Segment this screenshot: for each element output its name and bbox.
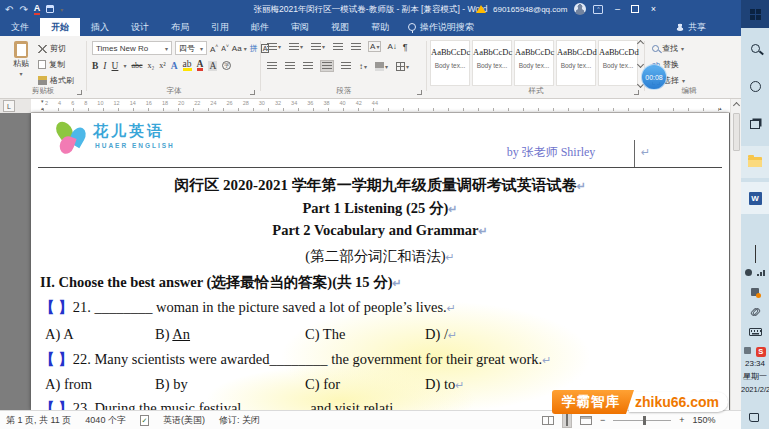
word-app-button[interactable]: W bbox=[741, 182, 769, 214]
sogou-input-button[interactable]: S bbox=[741, 340, 769, 358]
scroll-up-icon[interactable] bbox=[636, 40, 643, 47]
align-left-button[interactable] bbox=[266, 61, 278, 71]
scroll-down-icon[interactable] bbox=[636, 60, 643, 67]
bold-button[interactable]: B bbox=[92, 61, 98, 71]
style-card[interactable]: AaBbCcDc Body tex... bbox=[472, 40, 512, 86]
avatar[interactable] bbox=[574, 3, 586, 15]
justify-button[interactable] bbox=[320, 60, 334, 72]
first-line-indent-marker[interactable]: ▾ bbox=[41, 99, 44, 104]
line-spacing-button[interactable]: ↕▾ bbox=[358, 61, 368, 72]
style-card[interactable]: AaBbCcDd Body tex... bbox=[556, 40, 596, 86]
enclose-characters-button[interactable]: 字 bbox=[222, 61, 231, 70]
page-info[interactable]: 第 1 页, 共 11 页 bbox=[6, 414, 71, 427]
shading-button[interactable]: ▾ bbox=[374, 61, 389, 72]
phonetic-guide-button[interactable]: 拼 bbox=[250, 43, 258, 54]
vertical-scrollbar[interactable] bbox=[730, 99, 741, 410]
align-center-button[interactable] bbox=[284, 61, 296, 71]
font-color-button[interactable]: A bbox=[197, 60, 204, 71]
scrollbar-thumb[interactable] bbox=[733, 113, 740, 151]
shrink-font-button[interactable]: A˅ bbox=[221, 43, 229, 52]
clock-date[interactable]: 2021/2/22 bbox=[741, 384, 769, 396]
action-center-icon[interactable] bbox=[749, 413, 759, 422]
bullets-button[interactable]: ▾ bbox=[266, 42, 282, 52]
borders-button[interactable]: ▾ bbox=[395, 61, 410, 72]
style-card[interactable]: AaBbCcDc Body tex... bbox=[430, 40, 470, 86]
tray-icons-row[interactable] bbox=[741, 262, 769, 280]
paragraph-dialog-launcher-icon[interactable] bbox=[417, 90, 422, 95]
font-color-quick-icon[interactable]: A bbox=[34, 4, 41, 15]
superscript-button[interactable]: x² bbox=[159, 61, 165, 70]
tab-mailings[interactable]: 邮件 bbox=[240, 18, 280, 36]
cut-button[interactable]: 剪切 bbox=[38, 43, 66, 54]
multilevel-list-button[interactable]: ▾ bbox=[310, 42, 326, 52]
format-painter-button[interactable]: 格式刷 bbox=[38, 75, 74, 86]
restore-button[interactable] bbox=[631, 5, 639, 13]
close-button[interactable]: × bbox=[646, 4, 660, 14]
paste-caret-icon[interactable]: ▾ bbox=[19, 71, 22, 77]
grow-font-button[interactable]: A˄ bbox=[210, 43, 218, 54]
align-right-button[interactable] bbox=[302, 61, 314, 71]
clock-weekday[interactable]: 星期一 bbox=[741, 371, 769, 383]
minimize-button[interactable]: – bbox=[610, 4, 624, 14]
input-method-button[interactable] bbox=[741, 322, 769, 340]
tray-link-icon[interactable] bbox=[741, 302, 769, 320]
tab-home[interactable]: 开始 bbox=[40, 18, 80, 36]
font-dialog-launcher-icon[interactable] bbox=[250, 90, 255, 95]
clock-time[interactable]: 23:34 bbox=[741, 358, 769, 370]
clipboard-dialog-launcher-icon[interactable] bbox=[77, 90, 82, 95]
screen-recorder-timer[interactable]: 00:08 bbox=[641, 64, 667, 90]
redo-icon[interactable]: ↷ bbox=[19, 4, 27, 15]
tab-selector[interactable]: L bbox=[3, 100, 15, 112]
tell-me-box[interactable]: 操作说明搜索 bbox=[400, 18, 482, 36]
change-case-button[interactable]: Aa▾ bbox=[232, 44, 247, 53]
save-icon[interactable] bbox=[46, 5, 54, 13]
zoom-in-button[interactable]: + bbox=[679, 415, 684, 425]
subscript-button[interactable]: x₂ bbox=[148, 61, 155, 70]
zoom-slider[interactable] bbox=[613, 420, 671, 421]
web-layout-button[interactable] bbox=[580, 416, 592, 425]
increase-indent-button[interactable] bbox=[350, 42, 362, 52]
text-effects-button[interactable]: A bbox=[171, 61, 178, 71]
read-mode-button[interactable] bbox=[542, 416, 554, 425]
language-indicator[interactable]: 英语(美国) bbox=[163, 414, 205, 427]
zoom-level[interactable]: 150% bbox=[693, 415, 716, 425]
asian-layout-button[interactable]: A▾ bbox=[368, 41, 381, 52]
account-email[interactable]: 690165948@qq.com bbox=[493, 5, 567, 14]
distribute-button[interactable] bbox=[340, 61, 352, 71]
numbering-button[interactable]: ▾ bbox=[288, 42, 304, 52]
file-explorer-button[interactable] bbox=[741, 146, 769, 178]
qat-customize-icon[interactable]: ▾ bbox=[60, 6, 63, 13]
document-page[interactable]: 花儿英语 HUAER ENGLISH by 张老师 Shirley ↵ 闵行区 … bbox=[31, 113, 729, 410]
zoom-out-button[interactable]: − bbox=[600, 415, 605, 425]
underline-button[interactable]: U bbox=[112, 61, 119, 71]
proofing-icon[interactable]: ✓ bbox=[140, 415, 149, 426]
chevron-down-icon[interactable]: ▾ bbox=[123, 62, 126, 69]
undo-icon[interactable]: ↶ bbox=[5, 4, 13, 15]
right-indent-marker[interactable]: ▴ bbox=[719, 106, 722, 111]
task-view-button[interactable] bbox=[741, 108, 769, 140]
tab-layout[interactable]: 布局 bbox=[160, 18, 200, 36]
paste-button[interactable]: 粘贴 ▾ bbox=[6, 41, 36, 89]
show-marks-button[interactable]: ¶ bbox=[403, 42, 408, 52]
font-name-combobox[interactable]: Times New Ro ▾ bbox=[92, 41, 172, 55]
styles-dialog-launcher-icon[interactable] bbox=[634, 90, 639, 95]
tray-badged-icon[interactable] bbox=[741, 282, 769, 300]
tab-view[interactable]: 视图 bbox=[320, 18, 360, 36]
tab-design[interactable]: 设计 bbox=[120, 18, 160, 36]
taskbar-search-button[interactable] bbox=[741, 32, 769, 64]
ribbon-display-options-icon[interactable]: ^ bbox=[593, 5, 603, 14]
decrease-indent-button[interactable] bbox=[332, 42, 344, 52]
highlight-color-button[interactable]: ab bbox=[183, 60, 192, 71]
share-button[interactable]: 共享 bbox=[676, 18, 706, 36]
tab-references[interactable]: 引用 bbox=[200, 18, 240, 36]
tab-file[interactable]: 文件 bbox=[0, 18, 40, 36]
font-size-combobox[interactable]: 四号 ▾ bbox=[175, 41, 207, 55]
tab-insert[interactable]: 插入 bbox=[80, 18, 120, 36]
copy-button[interactable]: 复制 bbox=[38, 59, 65, 70]
style-card[interactable]: AaBbCcDc Body tex... bbox=[514, 40, 554, 86]
hanging-indent-marker[interactable]: ▴ bbox=[41, 106, 44, 111]
tab-help[interactable]: 帮助 bbox=[360, 18, 400, 36]
print-layout-button[interactable] bbox=[562, 412, 572, 428]
find-button[interactable]: 查找 ▾ bbox=[652, 43, 684, 54]
character-shading-button[interactable]: A bbox=[208, 61, 217, 71]
